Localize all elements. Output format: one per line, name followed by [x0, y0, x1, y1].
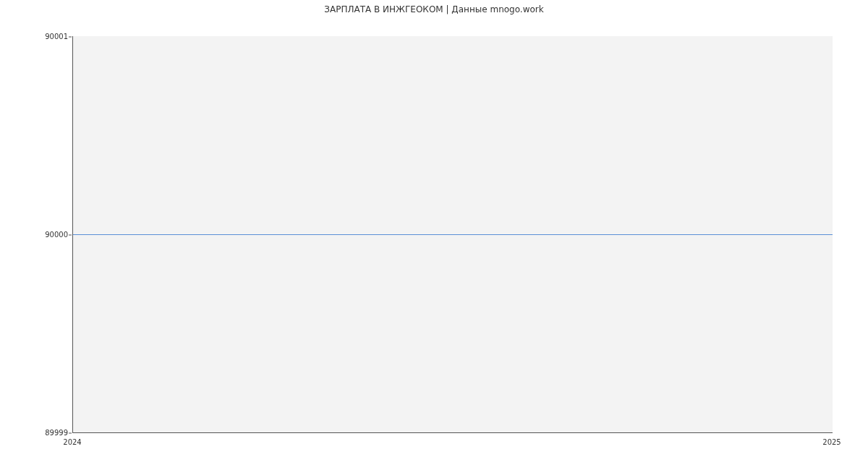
chart-title: ЗАРПЛАТА В ИНЖГЕОКОМ | Данные mnogo.work [0, 4, 868, 14]
y-tick-mark [69, 234, 72, 235]
x-tick-text: 2025 [822, 438, 841, 446]
x-tick-label: 2024 [63, 438, 81, 446]
y-tick-label: 89999 [0, 429, 68, 437]
chart-container: ЗАРПЛАТА В ИНЖГЕОКОМ | Данные mnogo.work… [0, 0, 868, 470]
x-tick-text: 2024 [63, 438, 81, 446]
y-tick-mark [69, 36, 72, 37]
y-tick-label: 90001 [0, 33, 68, 40]
y-tick-text: 90001 [45, 33, 68, 40]
y-tick-label: 90000 [0, 231, 68, 239]
plot-area [72, 36, 833, 433]
y-tick-text: 89999 [45, 429, 68, 437]
x-tick-label: 2025 [822, 438, 841, 446]
series-line-salary [73, 234, 833, 235]
y-tick-text: 90000 [45, 231, 68, 239]
y-tick-mark [69, 432, 72, 433]
